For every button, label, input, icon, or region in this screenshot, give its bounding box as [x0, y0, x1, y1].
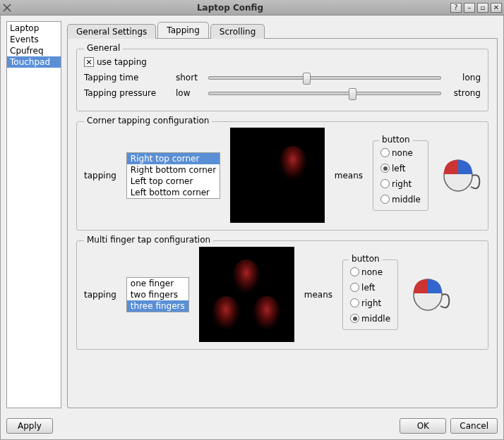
finger-option-two[interactable]: two fingers	[127, 289, 188, 300]
multi-radio-middle[interactable]: middle	[350, 314, 390, 324]
corner-means-label: means	[335, 171, 363, 181]
tab-scrolling[interactable]: Scrolling	[210, 24, 265, 39]
apply-button[interactable]: Apply	[6, 418, 53, 434]
bottom-button-bar: Apply OK Cancel	[1, 414, 503, 439]
general-group-title: General	[84, 43, 123, 53]
finger-option-one[interactable]: one finger	[127, 278, 188, 289]
tapping-pressure-right-label: strong	[445, 88, 481, 98]
corner-option-right-bottom[interactable]: Right bottom corner	[127, 164, 220, 176]
general-group: General ✕ use tapping Tapping time short…	[76, 49, 488, 111]
multifinger-title: Multi finger tap configuration	[84, 235, 213, 245]
tab-bar: General Settings Tapping Scrolling	[67, 21, 498, 38]
settings-panel: General Settings Tapping Scrolling Gener…	[67, 21, 498, 408]
close-button[interactable]: ✕	[491, 3, 502, 13]
corner-radio-none[interactable]: none	[380, 148, 421, 158]
client-area: Laptop Events Cpufreq Touchpad General S…	[0, 16, 504, 440]
maximize-button[interactable]: ▫	[477, 3, 488, 13]
corner-option-left-top[interactable]: Left top corner	[127, 176, 220, 187]
tapping-time-row: Tapping time short long	[84, 73, 481, 82]
tapping-pressure-thumb[interactable]	[349, 88, 356, 100]
sidebar-item-laptop[interactable]: Laptop	[7, 23, 61, 34]
corner-config-row: tapping Right top corner Right bottom co…	[84, 128, 481, 223]
multi-radio-right[interactable]: right	[350, 298, 390, 308]
cancel-button[interactable]: Cancel	[450, 418, 498, 434]
corner-radio-middle[interactable]: middle	[380, 195, 421, 204]
minimize-button[interactable]: –	[464, 3, 475, 13]
tab-page-tapping: General ✕ use tapping Tapping time short…	[67, 38, 498, 408]
finger-option-three[interactable]: three fingers	[127, 300, 188, 312]
corner-radio-left[interactable]: left	[380, 164, 421, 173]
mouse-icon	[408, 275, 450, 314]
multi-radio-left[interactable]: left	[350, 283, 390, 293]
app-icon	[2, 3, 12, 13]
mouse-icon	[438, 156, 481, 195]
tapping-pressure-row: Tapping pressure low strong	[84, 88, 481, 98]
use-tapping-label: use tapping	[97, 57, 147, 67]
tab-tapping[interactable]: Tapping	[157, 22, 209, 38]
corner-tapping-group: Corner tapping configuration tapping Rig…	[76, 121, 488, 231]
fingerprint-icon	[212, 296, 240, 330]
corner-preview	[230, 128, 325, 223]
use-tapping-row: ✕ use tapping	[84, 57, 481, 67]
multi-config-row: tapping one finger two fingers three fin…	[84, 247, 481, 342]
sidebar-item-cpufreq[interactable]: Cpufreq	[7, 45, 61, 56]
multi-preview	[199, 247, 294, 342]
tapping-time-right-label: long	[445, 73, 481, 82]
corner-tapping-title: Corner tapping configuration	[84, 116, 212, 126]
fingerprint-icon	[253, 296, 281, 330]
tapping-time-slider[interactable]	[208, 76, 441, 80]
category-sidebar: Laptop Events Cpufreq Touchpad	[6, 21, 61, 408]
corner-button-group-title: button	[379, 135, 413, 145]
window-title: Laptop Config	[12, 3, 448, 13]
title-bar: Laptop Config ? – ▫ ✕	[0, 0, 504, 16]
finger-listbox[interactable]: one finger two fingers three fingers	[126, 277, 189, 312]
multifinger-group: Multi finger tap configuration tapping o…	[76, 240, 488, 350]
multi-radio-none[interactable]: none	[350, 267, 390, 277]
tapping-time-label: Tapping time	[84, 73, 176, 82]
corner-button-group: button none left right middle	[373, 140, 428, 211]
corner-radio-right[interactable]: right	[380, 179, 421, 189]
sidebar-item-touchpad[interactable]: Touchpad	[7, 56, 61, 68]
multi-tapping-label: tapping	[84, 290, 116, 300]
corner-tapping-label: tapping	[84, 171, 116, 181]
tapping-pressure-label: Tapping pressure	[84, 88, 176, 98]
sidebar-item-events[interactable]: Events	[7, 34, 61, 45]
tapping-time-left-label: short	[176, 73, 204, 82]
tapping-pressure-slider[interactable]	[208, 92, 441, 95]
multi-means-label: means	[304, 290, 332, 300]
multi-button-group-title: button	[349, 254, 383, 264]
multi-button-group: button none left right middle	[342, 259, 398, 330]
fingerprint-icon	[232, 259, 260, 293]
tab-general-settings[interactable]: General Settings	[67, 24, 156, 39]
corner-option-right-top[interactable]: Right top corner	[127, 153, 220, 164]
corner-listbox[interactable]: Right top corner Right bottom corner Lef…	[126, 152, 220, 199]
upper-area: Laptop Events Cpufreq Touchpad General S…	[1, 16, 503, 414]
corner-option-left-bottom[interactable]: Left bottom corner	[127, 187, 220, 198]
tapping-time-thumb[interactable]	[303, 73, 311, 85]
fingerprint-icon	[279, 146, 307, 180]
help-button[interactable]: ?	[450, 3, 462, 13]
tapping-pressure-left-label: low	[176, 88, 204, 98]
use-tapping-checkbox[interactable]: ✕	[84, 57, 94, 67]
ok-button[interactable]: OK	[400, 418, 446, 434]
